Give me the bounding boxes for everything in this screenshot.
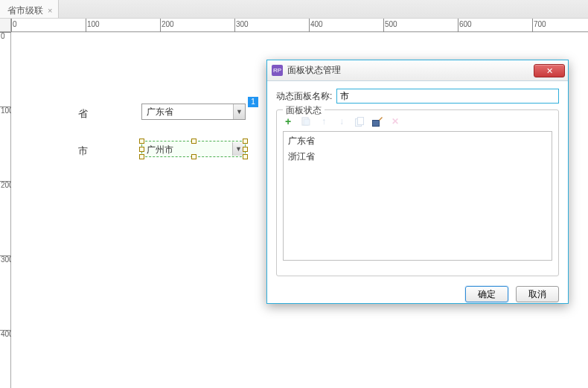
- states-listbox[interactable]: 广东省 浙江省: [283, 131, 552, 261]
- state-item[interactable]: 广东省: [284, 133, 552, 149]
- dialog-title: 面板状态管理: [287, 64, 534, 77]
- copy-state-icon: [301, 116, 311, 127]
- resize-handle-sw[interactable]: [139, 154, 144, 159]
- edit-state-icon[interactable]: [372, 116, 383, 127]
- tabbar-fill: [59, 0, 588, 18]
- dialog-body: 动态面板名称: 面板状态 + ↑ ↓ ✕ 广东省: [267, 81, 568, 281]
- dialog-titlebar[interactable]: RP 面板状态管理 ✕: [267, 60, 568, 81]
- svg-rect-3: [357, 117, 363, 124]
- ruler-vertical: 0 100 200 300 400: [0, 32, 11, 388]
- resize-handle-ne[interactable]: [243, 139, 248, 144]
- delete-state-icon: ✕: [390, 116, 400, 127]
- resize-handle-s[interactable]: [191, 154, 196, 159]
- city-label: 市: [78, 144, 88, 158]
- province-label: 省: [78, 107, 88, 121]
- tab-title: 省市级联: [7, 4, 43, 17]
- ruler-corner: [0, 19, 11, 32]
- province-dropdown[interactable]: 广东省 ▼: [141, 104, 246, 120]
- resize-handle-w[interactable]: [139, 147, 144, 152]
- city-dynamic-panel[interactable]: 广州市 ▼: [141, 141, 246, 157]
- dialog-close-button[interactable]: ✕: [534, 64, 565, 77]
- panel-states-fieldset: 面板状态 + ↑ ↓ ✕ 广东省 浙江省: [276, 109, 559, 276]
- province-value: 广东省: [142, 106, 233, 118]
- document-tab[interactable]: 省市级联 ×: [0, 0, 59, 18]
- panel-name-input[interactable]: [336, 89, 559, 104]
- ruler-horizontal: 0 100 200 300 400 500 600 700: [11, 19, 588, 32]
- footnote-badge[interactable]: 1: [248, 97, 258, 107]
- dialog-footer: 确定 取消: [267, 281, 568, 308]
- panel-name-row: 动态面板名称:: [276, 89, 559, 104]
- close-icon: ✕: [546, 66, 553, 75]
- move-up-icon: ↑: [319, 116, 329, 127]
- resize-handle-n[interactable]: [191, 139, 196, 144]
- duplicate-state-icon: [354, 116, 365, 127]
- svg-marker-5: [379, 117, 383, 121]
- resize-handle-nw[interactable]: [139, 139, 144, 144]
- chevron-down-icon[interactable]: ▼: [233, 104, 245, 119]
- resize-handle-e[interactable]: [243, 147, 248, 152]
- ok-button[interactable]: 确定: [465, 286, 508, 302]
- svg-rect-1: [304, 119, 310, 125]
- close-icon[interactable]: ×: [48, 6, 52, 15]
- app-badge-icon: RP: [272, 65, 283, 76]
- resize-handle-se[interactable]: [243, 154, 248, 159]
- cancel-button[interactable]: 取消: [516, 286, 559, 302]
- add-state-icon[interactable]: +: [283, 116, 293, 127]
- state-item[interactable]: 浙江省: [284, 149, 552, 165]
- document-tabbar: 省市级联 ×: [0, 0, 588, 19]
- panel-name-label: 动态面板名称:: [276, 90, 332, 103]
- svg-rect-4: [373, 120, 380, 126]
- move-down-icon: ↓: [336, 116, 347, 127]
- panel-state-manager-dialog: RP 面板状态管理 ✕ 动态面板名称: 面板状态 + ↑ ↓: [266, 60, 569, 304]
- fieldset-legend: 面板状态: [283, 104, 325, 117]
